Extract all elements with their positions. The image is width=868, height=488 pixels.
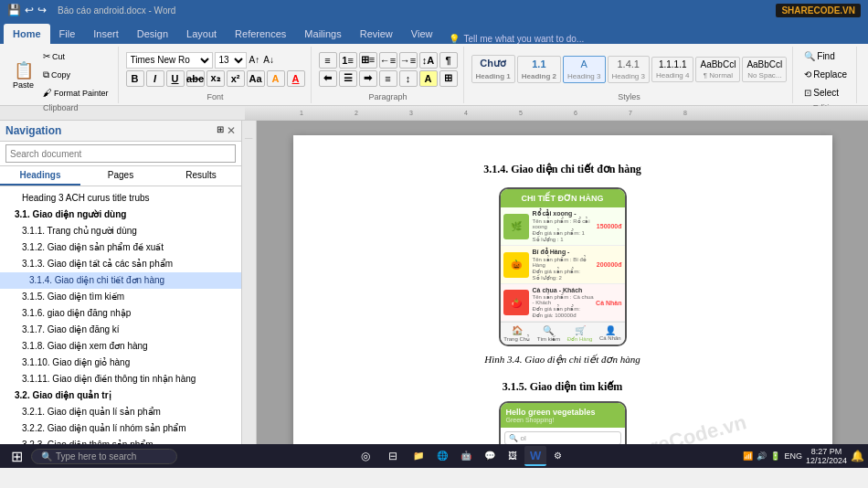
undo-icon[interactable]: ↩ [25, 4, 34, 16]
taskbar-messaging[interactable]: 💬 [479, 446, 501, 466]
nav-search-area [0, 142, 241, 166]
product-price-2: 200000đ [597, 261, 622, 268]
style-heading4[interactable]: 1.1.1.1Heading 4 [651, 57, 693, 82]
style-heading3-b[interactable]: 1.4.1Heading 3 [608, 56, 650, 83]
nav-item[interactable]: 3.1.7. Giao diện đăng kí [0, 322, 241, 338]
bold-button[interactable]: B [126, 70, 144, 87]
nav-item[interactable]: 3.2.3. Giao diện thêm sản phẩm [0, 437, 241, 444]
nav-item[interactable]: 3.1.6. giao diện đăng nhập [0, 305, 241, 322]
subscript-button[interactable]: x₂ [206, 70, 225, 87]
tab-review[interactable]: Review [351, 24, 402, 44]
nav-item[interactable]: 3.1.10. Giao diện giỏ hàng [0, 355, 241, 371]
save-icon[interactable]: 💾 [7, 4, 21, 16]
footer-item-search: 🔍 Tìm kiếm [537, 325, 560, 342]
nav-item[interactable]: 3.1.2. Giao diện sản phẩm đề xuất [0, 239, 241, 256]
tab-file[interactable]: File [50, 24, 85, 44]
taskbar-taskview[interactable]: ⊟ [380, 446, 406, 466]
nav-search-input[interactable] [5, 144, 236, 163]
italic-button[interactable]: I [146, 70, 164, 87]
word-icon: W [530, 449, 541, 462]
taskbar-photos[interactable]: 🖼 [503, 446, 523, 466]
numbering-button[interactable]: 1≡ [339, 52, 357, 69]
style-heading2[interactable]: 1.1Heading 2 [517, 56, 561, 83]
bullets-button[interactable]: ≡ [319, 52, 337, 69]
nav-search-icon[interactable]: ⊞ [217, 124, 224, 137]
product-price-1: 150000đ [597, 223, 622, 229]
tab-references[interactable]: References [226, 24, 295, 44]
font-size-increase-icon[interactable]: A↑ [249, 54, 261, 66]
search-footer-icon: 🔍 [543, 325, 554, 335]
font-size-select[interactable]: 13 [215, 52, 247, 69]
replace-button[interactable]: ⟲ Replace [800, 67, 851, 83]
copy-button[interactable]: ⧉ Copy [39, 67, 112, 83]
tab-home[interactable]: Home [4, 24, 50, 44]
style-heading1[interactable]: ChươHeading 1 [471, 55, 515, 83]
nav-item[interactable]: 3.1.8. Giao diện xem đơn hàng [0, 338, 241, 355]
justify-button[interactable]: ≡ [379, 70, 397, 87]
document-area[interactable]: ShareCode.vn 3.1.4. Giao diện chi tiết đ… [257, 121, 868, 444]
nav-item[interactable]: 3.1.11. Giao diện điền thông tin nhận hà… [0, 371, 241, 387]
nav-tab-results[interactable]: Results [161, 166, 241, 186]
underline-button[interactable]: U [166, 70, 185, 87]
nav-item[interactable]: 3.1.5. Giao diện tìm kiếm [0, 289, 241, 305]
tab-layout[interactable]: Layout [177, 24, 226, 44]
text-case-button[interactable]: Aa [247, 70, 265, 87]
redo-icon[interactable]: ↪ [37, 4, 47, 16]
taskbar-word[interactable]: W [524, 446, 546, 466]
decrease-indent-button[interactable]: ←≡ [379, 52, 397, 69]
taskbar-language: ENG [784, 451, 802, 461]
tab-insert[interactable]: Insert [84, 24, 128, 44]
font-size-decrease-icon[interactable]: A↓ [262, 54, 275, 66]
align-right-button[interactable]: ➡ [359, 70, 377, 87]
nav-item[interactable]: Heading 3 ACH curus title trubs [0, 190, 241, 207]
nav-item[interactable]: 3.1.4. Giao diện chi tiết đơn hàng [0, 272, 241, 289]
tab-view[interactable]: View [402, 24, 442, 44]
nav-item[interactable]: 3.2.2. Giao diện quản lí nhóm sản phẩm [0, 420, 241, 437]
font-color-button[interactable]: A [287, 70, 305, 87]
start-button[interactable]: ⊞ [4, 446, 29, 466]
product-img-1: 🌿 [503, 214, 529, 239]
shading-button[interactable]: A [419, 70, 438, 87]
find-button[interactable]: 🔍 Find [800, 48, 851, 65]
taskbar-cortana[interactable]: ◎ [353, 446, 378, 466]
sort-button[interactable]: ↕A [419, 52, 438, 69]
paste-button[interactable]: 📋 Paste [9, 52, 37, 98]
taskbar-settings[interactable]: ⚙ [548, 446, 567, 466]
style-normal[interactable]: AaBbCcl¶ Normal [695, 57, 740, 82]
highlight-button[interactable]: A [267, 70, 285, 87]
show-marks-button[interactable]: ¶ [439, 52, 458, 69]
taskbar-android-studio[interactable]: 🤖 [455, 446, 477, 466]
style-no-spacing[interactable]: AaBbCclNo Spac... [742, 57, 787, 82]
style-heading3-a[interactable]: AHeading 3 [563, 56, 605, 83]
nav-tab-pages[interactable]: Pages [80, 166, 161, 186]
taskbar-search[interactable]: 🔍 Type here to search [31, 449, 177, 464]
nav-tab-headings[interactable]: Headings [0, 166, 80, 186]
taskbar-chrome[interactable]: 🌐 [431, 446, 453, 466]
nav-item[interactable]: 3.2. Giao diện quản trị [0, 387, 241, 404]
borders-button[interactable]: ⊞ [439, 70, 458, 87]
cut-button[interactable]: ✂ Cut [39, 48, 112, 65]
line-spacing-button[interactable]: ↕ [399, 70, 418, 87]
superscript-button[interactable]: x² [227, 70, 245, 87]
nav-item[interactable]: 3.2.1. Giao diện quản lí sản phẩm [0, 404, 241, 420]
nav-item[interactable]: 3.1.3. Giao diện tất cả các sản phẩm [0, 256, 241, 272]
product-detail1-3: Tên sản phẩm : Cà chua - Khách [533, 293, 597, 305]
font-name-select[interactable]: Times New Ro [126, 52, 213, 69]
format-painter-button[interactable]: 🖌 Format Painter [39, 85, 112, 101]
tab-mailings[interactable]: Mailings [295, 24, 350, 44]
product-detail1-2: Tên sản phẩm : Bí đỏ Hàng [533, 256, 597, 268]
align-left-button[interactable]: ⬅ [319, 70, 337, 87]
tab-design[interactable]: Design [128, 24, 177, 44]
strikethrough-button[interactable]: abc [186, 70, 205, 87]
multilevel-button[interactable]: ⊞≡ [359, 52, 377, 69]
taskbar-notification-icon[interactable]: 🔔 [851, 450, 864, 462]
paragraph-group: ≡ 1≡ ⊞≡ ←≡ →≡ ↕A ¶ ⬅ ☰ ➡ ≡ ↕ A ⊞ Paragra… [313, 47, 464, 103]
increase-indent-button[interactable]: →≡ [399, 52, 418, 69]
nav-item[interactable]: 3.1. Giao diện người dùng [0, 207, 241, 223]
taskbar-explorer[interactable]: 📁 [408, 446, 429, 466]
nav-item[interactable]: 3.1.1. Trang chủ người dùng [0, 223, 241, 239]
align-center-button[interactable]: ☰ [339, 70, 357, 87]
nav-close-icon[interactable]: ✕ [227, 124, 236, 137]
select-button[interactable]: ⊡ Select [800, 85, 851, 101]
styles-group-label: Styles [618, 92, 640, 101]
